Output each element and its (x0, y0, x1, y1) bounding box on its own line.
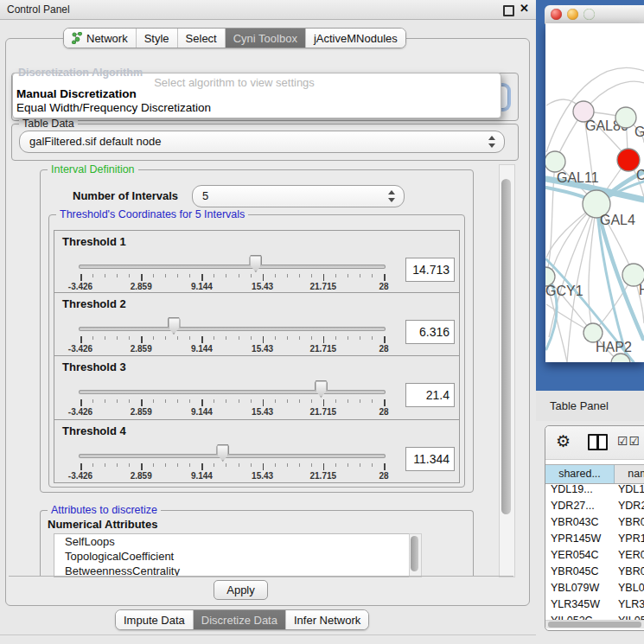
number-of-intervals-label: Number of Intervals (73, 189, 178, 202)
column-header-name[interactable]: name (615, 465, 644, 483)
column-header-shared-name[interactable]: shared... (545, 465, 615, 483)
menu-item-equal-width-frequency[interactable]: Equal Width/Frequency Discretization (16, 101, 211, 114)
minimize-traffic-light[interactable] (567, 9, 578, 20)
table-horizontal-scrollbar[interactable] (545, 620, 644, 628)
table-row[interactable]: YDL19...YDL19... (545, 481, 644, 498)
slider-thumb[interactable] (249, 255, 262, 272)
threshold-value-field[interactable]: 11.344 (405, 447, 455, 471)
table-panel-header: Table Panel (536, 391, 644, 421)
settings-scrollbar[interactable] (499, 164, 515, 577)
apply-button[interactable]: Apply (214, 580, 268, 600)
tick-label: 15.43 (241, 282, 284, 291)
scrollbar-thumb[interactable] (501, 179, 511, 514)
table-row[interactable]: YBL079WYBL079W (545, 580, 644, 596)
menu-item-manual-discretization[interactable]: Manual Discretization (16, 87, 137, 100)
slider-tick (335, 399, 336, 403)
slider-track[interactable] (79, 327, 386, 331)
cell-shared-name: YPR145W (551, 531, 613, 547)
table-row[interactable]: YBR043CYBR043C (545, 514, 644, 531)
slider-tick (311, 463, 312, 467)
slider-tick (165, 274, 166, 277)
threshold-value-field[interactable]: 21.4 (405, 383, 455, 407)
table-row[interactable]: YBR045CYBR045C (545, 564, 644, 580)
slider-thumb[interactable] (315, 380, 328, 398)
number-of-intervals-combobox[interactable]: 5 (192, 185, 405, 207)
zoom-traffic-light[interactable] (583, 9, 595, 20)
slider-tick (214, 274, 214, 277)
tick-label: -3.426 (59, 344, 102, 354)
network-node-gal11[interactable] (545, 151, 565, 172)
threshold-value-field[interactable]: 14.713 (405, 258, 455, 282)
interval-definition-group-title: Interval Definition (48, 163, 138, 175)
table-data-combobox-value: galFiltered.sif default node (29, 131, 161, 152)
table-row[interactable]: YER054CYER054C (545, 547, 644, 564)
slider-tick (239, 274, 239, 277)
slider-tick (129, 399, 130, 403)
tab-impute-data[interactable]: Impute Data (116, 610, 194, 629)
tab-cyni-toolbox[interactable]: Cyni Toolbox (226, 29, 306, 48)
network-canvas[interactable]: GAL80GACGAL11GAL4GCY1HHAP2 (545, 23, 644, 362)
tab-label: Discretize Data (201, 614, 277, 627)
tab-network[interactable]: Network (64, 29, 137, 48)
slider-tick (117, 274, 118, 277)
slider-tick (335, 463, 336, 467)
close-traffic-light[interactable] (551, 9, 562, 20)
screen: Control Panel ✕ NetworkStyleSelectCyni T… (0, 0, 644, 644)
node-label: GCY1 (545, 284, 583, 298)
slider-tick (372, 274, 373, 277)
tab-style[interactable]: Style (137, 29, 178, 48)
slider-tick (117, 463, 118, 467)
tab-infer-network[interactable]: Infer Network (286, 610, 368, 629)
slider-tick (372, 399, 373, 403)
cell-name: YLR345W (618, 596, 644, 613)
slider-tick (287, 463, 288, 467)
table-row[interactable]: YLR345WYLR345W (545, 596, 644, 613)
slider-track[interactable] (79, 454, 386, 458)
network-node-ga[interactable] (615, 107, 636, 128)
slider-tick (384, 463, 386, 470)
float-window-icon[interactable] (503, 5, 514, 16)
tick-label: 28 (362, 282, 405, 291)
tick-label: 21.715 (302, 471, 345, 481)
numerical-attributes-list[interactable]: SelfLoopsTopologicalCoefficientBetweenne… (54, 533, 410, 577)
tab-jactivemnodules[interactable]: jActiveMNodules (306, 29, 405, 48)
slider-tick (105, 336, 105, 340)
gear-icon[interactable]: ⚙ (556, 431, 571, 451)
slider-tick (201, 399, 203, 406)
slider-tick (275, 274, 276, 277)
slider-tick (226, 399, 226, 403)
table-data-combobox[interactable]: galFiltered.sif default node (19, 131, 505, 153)
slider-thumb[interactable] (216, 444, 229, 462)
slider-tick (348, 463, 348, 467)
slider-tick (92, 399, 93, 403)
slider-tick (263, 463, 265, 470)
slider-track[interactable] (79, 265, 386, 269)
threshold-label: Threshold 3 (62, 360, 126, 373)
slider-tick (239, 399, 239, 403)
table-row[interactable]: YDR27...YDR27... (545, 498, 644, 514)
slider-track[interactable] (79, 390, 386, 394)
close-icon[interactable]: ✕ (520, 2, 529, 15)
attribute-list-item[interactable]: TopologicalCoefficient (54, 549, 409, 564)
tick-label: 21.715 (302, 282, 345, 291)
scrollbar-thumb[interactable] (411, 536, 418, 571)
scrollbar-thumb[interactable] (548, 622, 641, 628)
attribute-list-item[interactable]: SelfLoops (54, 534, 409, 549)
table-row[interactable]: YPR145WYPR145W (545, 531, 644, 547)
slider-thumb[interactable] (168, 317, 181, 335)
slider-tick (311, 336, 312, 340)
threshold-value-field[interactable]: 6.316 (405, 320, 455, 344)
columns-icon[interactable] (588, 434, 608, 450)
attributes-list-scrollbar[interactable] (409, 533, 422, 577)
slider-tick (80, 274, 82, 281)
slider-tick (201, 336, 203, 343)
slider-tick (214, 336, 214, 340)
tab-discretize-data[interactable]: Discretize Data (194, 610, 286, 629)
slider-tick (323, 463, 325, 470)
slider-tick (153, 336, 154, 340)
threshold-label: Threshold 1 (62, 235, 126, 248)
slider-tick (360, 336, 360, 340)
checkbox-icons[interactable]: ☑☑ (617, 434, 641, 448)
tab-select[interactable]: Select (178, 29, 226, 48)
slider-tick (117, 336, 118, 340)
